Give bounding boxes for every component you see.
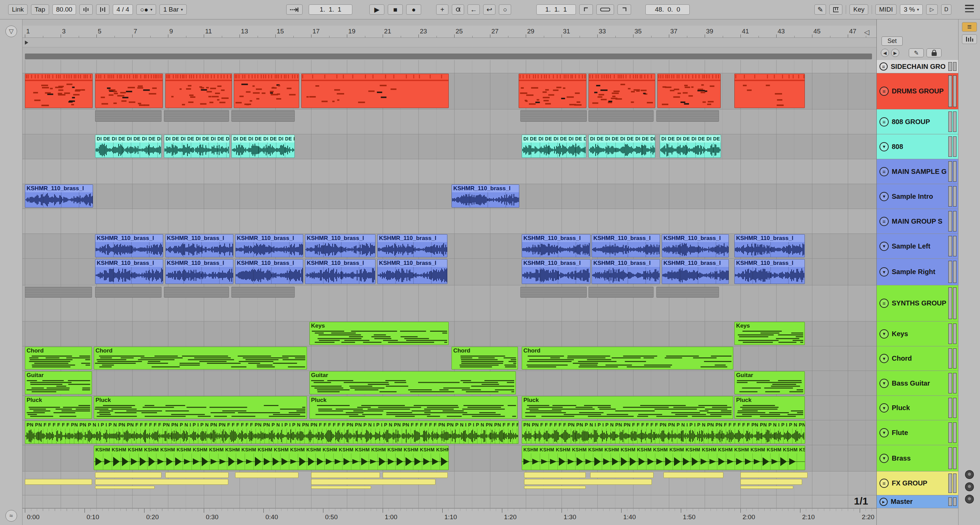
re-enable-automation-button[interactable]: ↩ [483,5,495,15]
clip-808-group[interactable] [520,110,586,122]
clip-synths-group[interactable] [589,287,654,298]
track-header-fx-group[interactable]: ≡FX GROUP [877,471,958,495]
clip-fx-group[interactable] [740,486,793,489]
fold-arrow-icon[interactable]: ▾ [880,192,889,201]
lane-main-sample-g[interactable] [22,159,877,184]
clip-sample-left[interactable]: KSHMR_110_brass_l [522,234,590,257]
fold-arrow-icon[interactable]: ▾ [880,142,889,152]
clip-synths-group[interactable] [656,287,719,298]
clip-synths-group[interactable] [231,287,295,298]
clip-pluck[interactable]: Pluck [734,396,805,419]
clip-sample-left[interactable]: KSHMR_110_brass_l [592,234,660,257]
clip-sample-left[interactable]: KSHMR_110_brass_l [235,234,303,257]
time-signature-field[interactable]: 4 / 4 [113,5,133,15]
tempo-field[interactable]: 80.00 [52,5,76,15]
lane-bass-guitar[interactable]: GuitarGuitarGuitar [22,371,877,396]
clip-chord[interactable]: Chord [452,347,518,370]
loop-length-field[interactable]: 48. 0. 0 [645,5,690,15]
clip-flute[interactable]: PN PN F F F F F F PN PN P N I P I P N PN… [522,421,805,444]
clip-808[interactable]: DI DE DI DE DI DE DI DE DI DE DI DE DI D… [589,135,655,158]
clip-brass[interactable]: KSHM KSHM KSHM KSHM KSHM KSHM KSHM KSHM … [94,445,449,470]
clip-pluck[interactable]: Pluck [94,396,307,419]
clip-sample-right[interactable]: KSHMR_110_brass_l [592,259,660,284]
clip-fx-group[interactable] [311,479,436,485]
group-fold-icon[interactable]: ≡ [880,298,889,308]
previous-locator-button[interactable]: ◀ [881,49,889,57]
clip-drums-group[interactable] [589,73,655,108]
clip-fx-group[interactable] [524,472,586,478]
clip-sample-left[interactable]: KSHMR_110_brass_l [377,234,447,257]
clip-808-group[interactable] [95,110,162,122]
menu-icon[interactable] [965,5,974,12]
group-fold-icon[interactable]: ≡ [880,167,889,176]
clip-sample-intro[interactable]: KSHMR_110_brass_l [452,184,519,207]
link-button[interactable]: Link [8,5,28,15]
clip-fx-group[interactable] [95,479,228,485]
clip-pluck[interactable]: Pluck [25,396,92,419]
lane-sample-left[interactable]: KSHMR_110_brass_lKSHMR_110_brass_lKSHMR_… [22,234,877,259]
clip-808-group[interactable] [164,110,229,122]
clip-808-group[interactable] [656,110,719,122]
clip-flute[interactable]: PN PN F F F F F F PN PN P N I P I P N PN… [25,421,519,444]
track-header-brass[interactable]: ▾Brass [877,445,958,471]
quantization-menu[interactable]: 1 Bar ▾ [159,5,186,15]
computer-midi-keyboard-button[interactable] [829,5,842,15]
track-header-synths-group[interactable]: ≡SYNTHS GROUP [877,285,958,321]
track-header-master[interactable]: ▸Master [877,495,958,508]
lane-808-group[interactable] [22,109,877,134]
clip-808[interactable]: DI DE DI DE DI DE DI DE DI DE DI DE DI D… [164,135,230,158]
clip-sample-left[interactable]: KSHMR_110_brass_l [305,234,375,257]
clip-sample-right[interactable]: KSHMR_110_brass_l [165,259,234,284]
overview-toggle[interactable]: ≡ [962,22,977,32]
clip-drums-group[interactable] [95,73,163,108]
fold-arrow-icon[interactable]: ▾ [880,242,889,251]
clip-sample-right[interactable]: KSHMR_110_brass_l [522,259,590,284]
clip-sample-right[interactable]: KSHMR_110_brass_l [235,259,303,284]
clip-synths-group[interactable] [164,287,229,298]
play-icon[interactable]: ▸ [880,498,888,506]
track-header-pluck[interactable]: ▾Pluck [877,396,958,420]
clip-fx-group[interactable] [165,472,229,478]
clip-808[interactable]: DI DE DI DE DI DE DI DE DI DE DI DE DI D… [95,135,162,158]
lane-master[interactable] [22,495,877,508]
group-fold-icon[interactable]: ≡ [880,117,889,126]
track-header-sample-left[interactable]: ▾Sample Left [877,234,958,259]
clip-drums-group[interactable] [301,73,449,108]
follow-button[interactable] [286,5,302,15]
track-header-chord[interactable]: ▾Chord [877,346,958,371]
clip-sample-left[interactable]: KSHMR_110_brass_l [165,234,234,257]
clip-sample-right[interactable]: KSHMR_110_brass_l [734,259,805,284]
end-marker-icon[interactable]: ◁ [864,28,869,36]
punch-out-button[interactable] [617,5,631,15]
track-header-sample-intro[interactable]: ▾Sample Intro [877,184,958,209]
clip-synths-group[interactable] [25,287,92,298]
beat-time-ruler[interactable]: ◁ 13579111315171921232527293133353739414… [22,26,877,38]
stop-button[interactable]: ■ [388,5,403,15]
lane-main-group-s[interactable] [22,209,877,234]
clip-drums-group[interactable] [25,73,93,108]
track-header-sample-right[interactable]: ▾Sample Right [877,259,958,285]
clip-fx-group[interactable] [663,472,724,478]
track-header-808[interactable]: ▾808 [877,134,958,159]
show-returns-toggle[interactable] [965,482,974,491]
clip-sample-intro[interactable]: KSHMR_110_brass_l [25,184,93,207]
clip-drums-group[interactable] [165,73,232,108]
key-map-button[interactable]: Key [850,5,868,15]
track-header-drums-group[interactable]: ≡DRUMS GROUP [877,73,958,109]
nudge-up-button[interactable] [96,5,110,15]
lane-sample-right[interactable]: KSHMR_110_brass_lKSHMR_110_brass_lKSHMR_… [22,259,877,285]
play-button[interactable]: ▶ [369,5,384,15]
track-header-bass-guitar[interactable]: ▾Bass Guitar [877,371,958,396]
clip-drums-group[interactable] [657,73,721,108]
clip-chord[interactable]: Chord [522,347,733,370]
clip-fx-group[interactable] [383,472,448,478]
clip-bass-guitar[interactable]: Guitar [25,371,92,394]
clip-brass[interactable]: KSHM KSHM KSHM KSHM KSHM KSHM KSHM KSHM … [522,445,805,470]
io-meter-toggle[interactable] [962,34,977,44]
lane-sidechain-gro[interactable] [22,60,877,73]
clip-808[interactable]: DI DE DI DE DI DE DI DE DI DE DI DE DI D… [522,135,586,158]
clip-bass-guitar[interactable]: Guitar [309,371,516,394]
lane-808[interactable]: DI DE DI DE DI DE DI DE DI DE DI DE DI D… [22,134,877,159]
fold-arrow-icon[interactable]: ▾ [880,454,889,463]
lane-synths-group[interactable] [22,285,877,321]
